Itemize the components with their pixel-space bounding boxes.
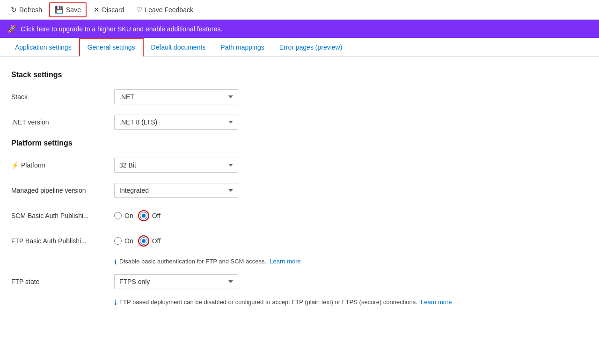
stack-control: .NET .NET Core Node PHP Python Java [114,89,475,104]
discard-button[interactable]: ✕ Discard [88,3,129,17]
ftp-auth-control: On Off [114,235,475,247]
tab-app-settings-label: Application settings [15,44,72,51]
ftp-off-radio-fill [142,239,146,243]
feedback-label: Leave Feedback [145,6,193,14]
ftp-auth-info-text: Disable basic authentication for FTP and… [119,258,266,265]
platform-select[interactable]: 32 Bit 64 Bit [114,158,238,173]
ftp-state-info-icon: ℹ [114,299,117,306]
save-icon: 💾 [55,6,64,14]
scm-on-radio[interactable] [114,212,122,219]
ftp-off-text: Off [152,237,161,245]
tab-general-settings-label: General settings [88,44,135,51]
scm-auth-control: On Off [114,210,475,221]
ftp-state-control: FTPS only All allowed Disabled [114,274,475,289]
dotnet-version-select[interactable]: .NET 8 (LTS) .NET 7 .NET 6 (LTS) .NET 5 … [114,115,238,130]
ftp-auth-learn-more-link[interactable]: Learn more [270,258,300,265]
ftp-auth-row: FTP Basic Auth Publishi... On Off [11,233,475,249]
ftp-off-radio-box [138,235,149,247]
tab-default-documents[interactable]: Default documents [144,39,213,57]
ftp-on-label[interactable]: On [114,237,133,245]
tab-path-mappings[interactable]: Path mappings [213,39,271,57]
platform-settings-section: Platform settings ⚡ Platform 32 Bit 64 B… [11,139,475,306]
scm-on-text: On [124,212,133,219]
scm-auth-label: SCM Basic Auth Publishi... [11,212,114,219]
ftp-state-info: ℹ FTP based deployment can be disabled o… [11,298,475,306]
main-content: Stack settings Stack .NET .NET Core Node… [0,57,487,323]
scm-off-radio-box [138,210,149,221]
scm-off-radio[interactable] [140,212,147,219]
stack-select[interactable]: .NET .NET Core Node PHP Python Java [114,89,238,104]
ftp-auth-label: FTP Basic Auth Publishi... [11,237,114,245]
ftp-on-text: On [124,237,133,245]
toolbar: ↻ Refresh 💾 Save ✕ Discard ♡ Leave Feedb… [0,0,599,20]
feedback-icon: ♡ [136,6,142,14]
tab-navigation: Application settings General settings De… [0,38,599,57]
dotnet-version-row: .NET version .NET 8 (LTS) .NET 7 .NET 6 … [11,114,475,131]
discard-label: Discard [102,6,124,14]
upgrade-banner[interactable]: 🚀 Click here to upgrade to a higher SKU … [0,20,599,38]
save-label: Save [66,6,81,14]
tab-path-mappings-label: Path mappings [220,44,264,51]
scm-off-radio-fill [142,214,146,218]
refresh-label: Refresh [19,6,42,14]
platform-control: 32 Bit 64 Bit [114,158,475,173]
platform-row: ⚡ Platform 32 Bit 64 Bit [11,157,475,174]
ftp-on-radio[interactable] [114,237,122,245]
scm-off-text: Off [152,212,161,219]
tab-error-pages[interactable]: Error pages (preview) [272,39,350,57]
save-button[interactable]: 💾 Save [49,2,87,17]
stack-row: Stack .NET .NET Core Node PHP Python Jav… [11,88,475,105]
tab-general-settings[interactable]: General settings [79,38,144,57]
ftp-state-row: FTP state FTPS only All allowed Disabled [11,273,475,290]
feedback-button[interactable]: ♡ Leave Feedback [131,3,198,17]
pipeline-row: Managed pipeline version Integrated Clas… [11,182,475,199]
tab-app-settings[interactable]: Application settings [7,39,79,57]
scm-on-label[interactable]: On [114,212,133,219]
banner-text: Click here to upgrade to a higher SKU an… [21,25,222,33]
ftp-state-info-text: FTP based deployment can be disabled or … [119,298,417,306]
lightning-icon: ⚡ [11,161,19,169]
dotnet-version-control: .NET 8 (LTS) .NET 7 .NET 6 (LTS) .NET 5 … [114,115,475,130]
ftp-off-radio[interactable] [140,237,147,245]
pipeline-select[interactable]: Integrated Classic [114,183,238,198]
platform-settings-title: Platform settings [11,139,475,147]
discard-icon: ✕ [94,6,100,14]
scm-auth-row: SCM Basic Auth Publishi... On Off [11,207,475,224]
ftp-auth-info-icon: ℹ [114,258,117,266]
ftp-state-label: FTP state [11,278,114,285]
refresh-icon: ↻ [11,6,17,14]
pipeline-label: Managed pipeline version [11,187,114,194]
platform-label: ⚡ Platform [11,161,114,169]
ftp-auth-info: ℹ Disable basic authentication for FTP a… [11,258,475,266]
pipeline-control: Integrated Classic [114,183,475,198]
ftp-off-label[interactable]: Off [138,235,161,247]
stack-settings-title: Stack settings [11,71,475,79]
tab-error-pages-label: Error pages (preview) [279,44,343,51]
refresh-button[interactable]: ↻ Refresh [6,3,47,17]
dotnet-version-label: .NET version [11,118,114,126]
ftp-state-learn-more-link[interactable]: Learn more [421,298,452,306]
rocket-icon: 🚀 [7,24,17,33]
ftp-state-select[interactable]: FTPS only All allowed Disabled [114,274,238,289]
stack-label: Stack [11,93,114,101]
tab-default-documents-label: Default documents [151,44,206,51]
scm-off-label[interactable]: Off [138,210,161,221]
